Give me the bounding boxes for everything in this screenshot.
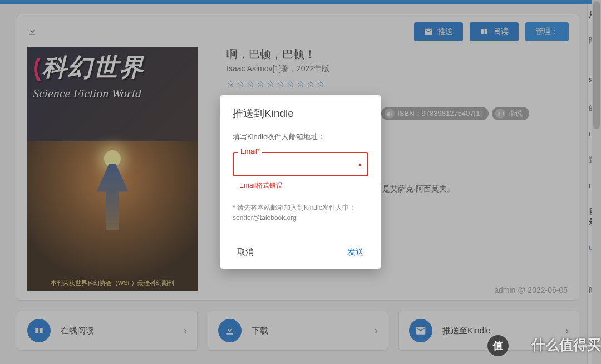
dialog-actions: 取消 发送 bbox=[233, 244, 368, 261]
push-kindle-dialog: 推送到Kindle 填写Kindle收件人邮箱地址： Email* ▲ Emai… bbox=[220, 95, 381, 269]
send-button[interactable]: 发送 bbox=[343, 244, 368, 261]
dialog-note: * 请先将本站邮箱加入到Kindle发件人中： sender@talebook.… bbox=[233, 203, 368, 223]
modal-overlay: 推送到Kindle 填写Kindle收件人邮箱地址： Email* ▲ Emai… bbox=[0, 0, 601, 364]
sender-email: sender@talebook.org bbox=[233, 214, 297, 222]
dropdown-caret-icon[interactable]: ▲ bbox=[357, 161, 363, 168]
email-input[interactable] bbox=[233, 152, 368, 176]
dialog-subtitle: 填写Kindle收件人邮箱地址： bbox=[233, 132, 368, 142]
email-field-wrapper: Email* ▲ bbox=[233, 152, 368, 176]
email-label: Email* bbox=[238, 147, 262, 155]
email-error: Email格式错误 bbox=[233, 179, 368, 190]
brand-badge: 值 bbox=[487, 335, 509, 356]
brand-text: 什么值得买 bbox=[531, 336, 601, 354]
dialog-title: 推送到Kindle bbox=[233, 106, 368, 121]
cancel-button[interactable]: 取消 bbox=[233, 244, 258, 261]
